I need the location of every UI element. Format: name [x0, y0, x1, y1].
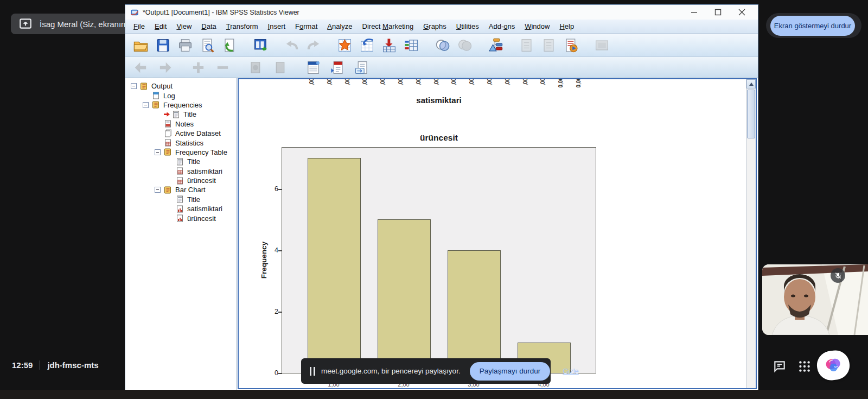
- tree-item-active-dataset[interactable]: Active Dataset: [126, 129, 235, 138]
- vertical-scrollbar[interactable]: [746, 79, 756, 388]
- selection-arrow-icon: [163, 111, 170, 117]
- table-icon: [175, 167, 184, 175]
- tree-item-title[interactable]: Title: [126, 110, 235, 119]
- goto-variable-icon[interactable]: [357, 36, 376, 54]
- menu-direct-marketing[interactable]: Direct Marketing: [358, 21, 419, 32]
- close-button[interactable]: [737, 8, 746, 17]
- tree-item-title[interactable]: Title: [126, 157, 235, 166]
- tree-item-label: Bar Chart: [175, 186, 206, 194]
- apps-grid-icon: [797, 359, 812, 373]
- bar-1,00: [308, 158, 361, 373]
- meet-bottom-bar: [0, 390, 868, 399]
- menu-analyze[interactable]: Analyze: [322, 21, 357, 32]
- scrolled-tick-label: ,00: [397, 78, 404, 90]
- tree-item-label: Log: [163, 92, 175, 100]
- collapse-toggle-icon[interactable]: [143, 102, 149, 108]
- spss-window: *Output1 [Document1] - IBM SPSS Statisti…: [125, 4, 758, 391]
- open-data-icon[interactable]: [131, 36, 150, 54]
- run-descriptives-icon[interactable]: [401, 36, 421, 54]
- split-file-icon: [455, 36, 474, 54]
- menu-format[interactable]: Format: [290, 21, 322, 32]
- meeting-info: 12:59 jdh-fmsc-mts: [12, 360, 99, 370]
- chat-button[interactable]: [773, 359, 787, 376]
- output-content-pane[interactable]: ,00,00,00,00,00,00,00,00,00,00,00,00,00,…: [238, 78, 757, 389]
- activities-button[interactable]: [797, 359, 812, 376]
- insert-heading-icon[interactable]: [328, 59, 347, 77]
- export-output-icon[interactable]: [561, 36, 580, 54]
- meeting-code: jdh-fmsc-mts: [47, 360, 98, 370]
- save-icon[interactable]: [153, 36, 173, 54]
- insert-text-icon[interactable]: [352, 59, 372, 77]
- window-title: *Output1 [Document1] - IBM SPSS Statisti…: [143, 9, 299, 16]
- scrolled-tick-label: ,00: [432, 78, 440, 90]
- menu-data[interactable]: Data: [196, 21, 221, 32]
- scrollbar-thumb[interactable]: [747, 90, 755, 138]
- find-icon[interactable]: [486, 36, 505, 54]
- hide-link[interactable]: Gizle: [563, 367, 579, 375]
- menu-edit[interactable]: Edit: [150, 21, 171, 32]
- menu-add-ons[interactable]: Add-ons: [484, 21, 520, 32]
- tree-item-bar-chart[interactable]: Bar Chart: [126, 185, 235, 194]
- select-cases-icon[interactable]: [432, 36, 452, 54]
- table-icon: [163, 138, 173, 147]
- collapse-toggle-icon[interactable]: [131, 83, 137, 89]
- tree-item-label: Frequencies: [163, 101, 202, 109]
- hide-block-icon: [270, 59, 290, 77]
- print-preview-icon[interactable]: [197, 36, 217, 54]
- log-icon: [151, 91, 161, 100]
- tree-item-output[interactable]: Output: [126, 81, 235, 91]
- screen-reader-icon: [592, 36, 611, 54]
- designate-window-icon[interactable]: [251, 36, 270, 54]
- goto-case-icon[interactable]: [335, 36, 354, 54]
- tree-item-label: Notes: [175, 120, 194, 128]
- menu-graphs[interactable]: Graphs: [418, 21, 451, 32]
- maximize-button[interactable]: [713, 8, 723, 17]
- collapse-toggle-icon[interactable]: [155, 149, 161, 155]
- tree-item-ürüncesit[interactable]: ürüncesit: [126, 213, 235, 223]
- menu-file[interactable]: File: [129, 21, 150, 32]
- menu-window[interactable]: Window: [520, 21, 554, 32]
- menu-help[interactable]: Help: [554, 21, 579, 32]
- google-meet-screen: İsag Meral (Siz, ekranın *Output1 [Docum…: [0, 0, 868, 399]
- webcam-video: [762, 264, 868, 335]
- spss-title-bar[interactable]: *Output1 [Document1] - IBM SPSS Statisti…: [125, 5, 758, 20]
- menu-utilities[interactable]: Utilities: [451, 21, 484, 32]
- y-tick-mark: [278, 312, 282, 313]
- y-tick-mark: [278, 189, 282, 190]
- menu-transform[interactable]: Transform: [221, 21, 263, 32]
- bar-chart-plot[interactable]: [282, 147, 596, 373]
- print-icon[interactable]: [175, 36, 195, 54]
- tree-item-label: Title: [187, 157, 200, 166]
- menu-view[interactable]: View: [171, 21, 196, 32]
- recall-dialogs-icon[interactable]: [220, 36, 239, 54]
- y-tick-mark: [278, 373, 282, 374]
- tree-splitter[interactable]: [237, 78, 237, 390]
- tree-item-log[interactable]: Log: [126, 91, 235, 100]
- webcam-tile[interactable]: [762, 264, 868, 335]
- expand-icon: [188, 59, 208, 77]
- scrolled-tick-label: ,00: [361, 78, 368, 90]
- collapse-toggle-icon[interactable]: [155, 187, 161, 193]
- tree-item-frequencies[interactable]: Frequencies: [126, 100, 235, 110]
- minimize-button[interactable]: [689, 8, 699, 17]
- tree-item-frequency-table[interactable]: Frequency Table: [126, 148, 235, 157]
- viewer-main: OutputLogFrequenciesTitleNotesActive Dat…: [125, 78, 758, 390]
- tree-item-ürüncesit[interactable]: ürüncesit: [126, 176, 235, 185]
- extension-overlay-button[interactable]: [815, 349, 852, 382]
- book-icon: [151, 100, 161, 109]
- variables-icon[interactable]: [379, 36, 399, 54]
- book-icon: [139, 82, 149, 91]
- tree-item-title[interactable]: Title: [126, 195, 235, 204]
- stop-sharing-button[interactable]: Paylaşmayı durdur: [470, 362, 551, 381]
- stop-presenting-button[interactable]: Ekran göstermeyi durdur: [770, 16, 855, 36]
- outline-tree: OutputLogFrequenciesTitleNotesActive Dat…: [126, 81, 235, 390]
- show-hide-output-icon[interactable]: [303, 59, 323, 77]
- menu-insert[interactable]: Insert: [263, 21, 291, 32]
- tree-item-notes[interactable]: Notes: [126, 119, 235, 129]
- tree-item-satismiktari[interactable]: satismiktari: [126, 204, 235, 213]
- tree-item-statistics[interactable]: Statistics: [126, 138, 235, 147]
- redo-icon: [304, 36, 323, 54]
- scroll-up-arrow-icon[interactable]: [746, 79, 756, 88]
- notes-icon: [163, 119, 173, 128]
- tree-item-satismiktari[interactable]: satismiktari: [126, 167, 235, 176]
